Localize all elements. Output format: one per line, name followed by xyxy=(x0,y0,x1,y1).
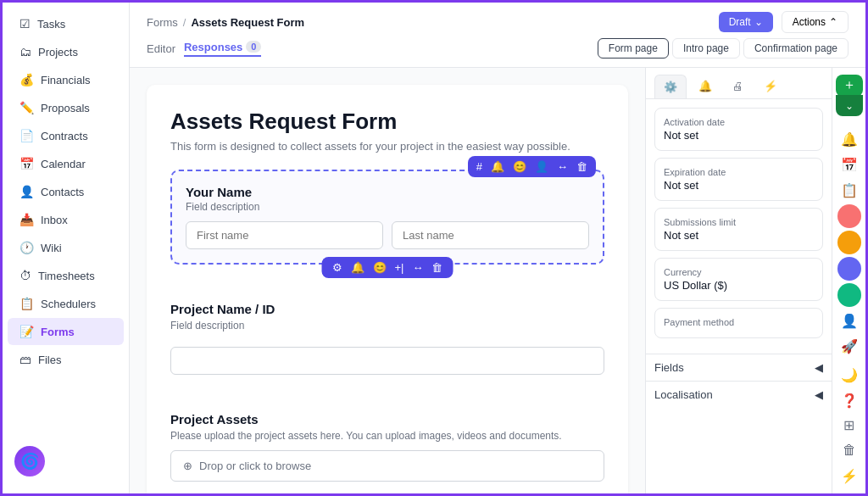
sidebar-icon-proposals: ✏️ xyxy=(19,101,34,114)
tb2-emoji-icon[interactable]: 😊 xyxy=(370,259,390,276)
user-add-icon[interactable]: 👤 xyxy=(836,310,863,332)
field-block-project-name[interactable]: Project Name / ID Field description xyxy=(170,290,604,387)
avatar-1 xyxy=(837,204,861,228)
last-name-input[interactable] xyxy=(392,221,589,249)
upload-area[interactable]: ⊕ Drop or click to browse xyxy=(170,450,604,482)
trash-icon[interactable]: 🗑 xyxy=(836,440,863,462)
tb-grid-icon[interactable]: # xyxy=(473,159,486,175)
panel-field-payment-method[interactable]: Payment method xyxy=(654,308,823,338)
tab-confirm-page[interactable]: Confirmation page xyxy=(743,38,849,59)
panel-tab-print[interactable]: 🖨 xyxy=(724,75,752,98)
sidebar-item-proposals[interactable]: ✏️Proposals xyxy=(8,94,124,121)
bell-icon[interactable]: 🔔 xyxy=(836,129,863,151)
sidebar-label-inbox: Inbox xyxy=(41,214,68,226)
tab-intro-page[interactable]: Intro page xyxy=(672,38,740,59)
sidebar-label-financials: Financials xyxy=(41,74,91,86)
sidebar-item-tasks[interactable]: ☑Tasks xyxy=(8,10,124,37)
sidebar-item-timesheets[interactable]: ⏱Timesheets xyxy=(8,262,124,289)
localisation-section-header[interactable]: Localisation ◀ xyxy=(646,381,832,408)
panel-field-currency[interactable]: Currency US Dollar ($) xyxy=(654,258,823,301)
sidebar-item-files[interactable]: 🗃Files xyxy=(8,346,124,373)
list-icon[interactable]: 📋 xyxy=(836,179,863,201)
responses-tab-label: Responses xyxy=(184,41,242,53)
lightning-icon[interactable]: ⚡ xyxy=(836,465,863,487)
fields-section-header[interactable]: Fields ◀ xyxy=(646,354,832,381)
responses-badge: 0 xyxy=(246,41,261,53)
sidebar-item-forms[interactable]: 📝Forms xyxy=(8,318,124,345)
icon-bar: ＋ ⌄ 🔔 📅 📋 👤 🚀 🌙 ❓ ⊞ 🗑 ⚡ xyxy=(832,68,865,493)
sidebar-item-inbox[interactable]: 📥Inbox xyxy=(8,206,124,233)
editor-tab[interactable]: Editor xyxy=(147,42,175,55)
tb2-settings-icon[interactable]: ⚙ xyxy=(329,259,346,276)
responses-tab[interactable]: Responses 0 xyxy=(184,41,262,57)
tb2-delete-icon[interactable]: 🗑 xyxy=(428,259,446,276)
grid-icon[interactable]: ⊞ xyxy=(836,415,863,437)
sidebar-icon-financials: 💰 xyxy=(19,73,34,86)
sidebar-icon-forms: 📝 xyxy=(19,325,34,338)
tb2-bell-icon[interactable]: 🔔 xyxy=(348,259,368,276)
sidebar-item-wiki[interactable]: 🕐Wiki xyxy=(8,234,124,261)
panel-field-activation-date[interactable]: Activation date Not set xyxy=(654,108,823,151)
sidebar-item-schedulers[interactable]: 📋Schedulers xyxy=(8,290,124,317)
page-tabs: Form page Intro page Confirmation page xyxy=(598,38,849,59)
field-label-project-assets: Project Assets xyxy=(170,412,604,426)
chevron-down-button[interactable]: ⌄ xyxy=(836,95,863,117)
breadcrumb-parent[interactable]: Forms xyxy=(147,16,178,29)
sidebar-icon-files: 🗃 xyxy=(19,353,31,366)
tab-form-page[interactable]: Form page xyxy=(598,38,669,59)
draft-button[interactable]: Draft ⌄ xyxy=(719,12,773,32)
sidebar-label-calendar: Calendar xyxy=(41,158,86,170)
add-button[interactable]: ＋ xyxy=(836,75,863,97)
sidebar-item-financials[interactable]: 💰Financials xyxy=(8,66,124,93)
tb-emoji-icon[interactable]: 😊 xyxy=(509,159,530,175)
header-tabs-row: Editor Responses 0 Form page Intro page … xyxy=(147,38,849,59)
panel-tab-notifications[interactable]: 🔔 xyxy=(690,75,721,98)
sidebar-item-projects[interactable]: 🗂Projects xyxy=(8,38,124,65)
field-sublabel-your-name: Field description xyxy=(186,201,589,213)
sidebar-item-contracts[interactable]: 📄Contracts xyxy=(8,122,124,149)
fields-section-chevron-icon: ◀ xyxy=(815,361,823,374)
field-block-your-name[interactable]: # 🔔 😊 👤 ↔ 🗑 Your Name Field description xyxy=(170,170,604,265)
project-name-input[interactable] xyxy=(170,347,604,375)
sidebar-label-contacts: Contacts xyxy=(41,186,84,198)
sidebar-item-calendar[interactable]: 📅Calendar xyxy=(8,150,124,177)
panel-tab-actions[interactable]: ⚡ xyxy=(755,75,786,98)
tb-drop-icon[interactable]: 🔔 xyxy=(487,159,508,175)
help-icon[interactable]: ❓ xyxy=(836,389,863,411)
rocket-icon[interactable]: 🚀 xyxy=(836,336,863,358)
currency-label: Currency xyxy=(664,267,814,277)
tb-expand-icon[interactable]: ↔ xyxy=(554,159,571,175)
moon-icon[interactable]: 🌙 xyxy=(836,364,863,386)
tb-delete-icon[interactable]: 🗑 xyxy=(573,159,591,175)
panel-field-expiration-date[interactable]: Expiration date Not set xyxy=(654,158,823,201)
first-name-input[interactable] xyxy=(186,221,383,249)
sidebar-item-contacts[interactable]: 👤Contacts xyxy=(8,178,124,205)
form-title: Assets Request Form xyxy=(170,109,604,135)
tb2-add-icon[interactable]: +| xyxy=(392,259,408,276)
field-top-toolbar: # 🔔 😊 👤 ↔ 🗑 xyxy=(468,156,596,177)
panel-field-submissions-limit[interactable]: Submissions limit Not set xyxy=(654,208,823,251)
sidebar-icon-schedulers: 📋 xyxy=(19,297,34,310)
breadcrumb: Forms / Assets Request Form xyxy=(147,16,304,29)
field-block-project-assets[interactable]: Project Assets Please upload the project… xyxy=(170,400,604,493)
sidebar-label-forms: Forms xyxy=(41,326,75,338)
panel-tab-settings[interactable]: ⚙️ xyxy=(654,75,687,98)
sidebar-icon-contracts: 📄 xyxy=(19,129,34,142)
tb-user-icon[interactable]: 👤 xyxy=(531,159,552,175)
panel-tabs: ⚙️ 🔔 🖨 ⚡ xyxy=(646,68,832,99)
upload-label: Drop or click to browse xyxy=(199,460,311,472)
field-sublabel-project-assets: Please upload the project assets here. Y… xyxy=(170,430,604,442)
panel-fields-section: Activation date Not set Expiration date … xyxy=(646,99,832,354)
sidebar-label-files: Files xyxy=(38,354,61,366)
breadcrumb-separator: / xyxy=(183,16,186,29)
calendar-icon[interactable]: 📅 xyxy=(836,154,863,176)
breadcrumb-current: Assets Request Form xyxy=(191,16,304,29)
localisation-section-label: Localisation xyxy=(654,388,713,401)
avatar-2 xyxy=(837,231,861,254)
fields-section-label: Fields xyxy=(654,361,684,374)
actions-button[interactable]: Actions ⌃ xyxy=(782,11,849,33)
tb2-expand-icon[interactable]: ↔ xyxy=(409,259,426,276)
sidebar-icon-timesheets: ⏱ xyxy=(19,269,31,282)
sidebar-icon-tasks: ☑ xyxy=(19,17,31,31)
sidebar-label-proposals: Proposals xyxy=(41,102,90,114)
